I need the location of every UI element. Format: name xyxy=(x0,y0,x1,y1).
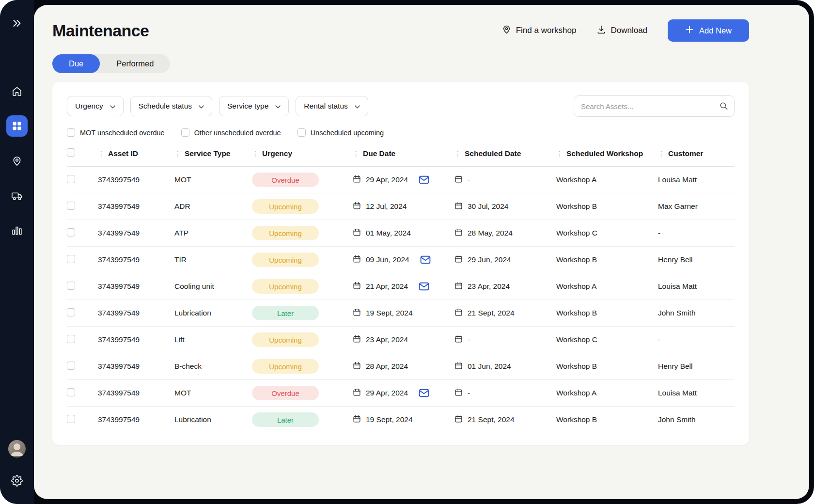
rental-status-filter-dropdown[interactable]: Rental status xyxy=(296,96,368,116)
sidebar-item-locations[interactable] xyxy=(6,150,28,172)
due-date-cell: 29 Apr, 2024 xyxy=(353,175,454,185)
service-type-cell: MOT xyxy=(174,167,252,193)
collapse-sidebar-button[interactable] xyxy=(6,13,28,34)
column-header-scheduled-workshop[interactable]: ⋮Scheduled Workshop xyxy=(556,148,658,167)
mot-unscheduled-overdue-filter: MOT unscheduled overdue xyxy=(67,128,165,137)
table-row[interactable]: 3743997549 Cooling unit Upcoming 21 Apr,… xyxy=(67,273,735,300)
scheduled-workshop-cell: Workshop B xyxy=(556,247,658,273)
due-date-text: 09 Jun, 2024 xyxy=(366,255,409,264)
row-checkbox[interactable] xyxy=(67,308,75,316)
calendar-icon xyxy=(353,415,361,425)
mail-icon[interactable] xyxy=(419,282,429,291)
page-title: Maintenance xyxy=(52,21,149,40)
row-checkbox[interactable] xyxy=(67,228,75,236)
chevron-down-icon xyxy=(355,102,360,110)
tab-performed[interactable]: Performed xyxy=(100,54,170,73)
row-checkbox[interactable] xyxy=(67,255,75,263)
table-row[interactable]: 3743997549 MOT Overdue 29 Apr, 2024 xyxy=(67,167,735,193)
customer-cell: Louisa Matt xyxy=(658,380,735,407)
due-date-cell: 19 Sept, 2024 xyxy=(353,415,454,425)
urgency-filter-dropdown[interactable]: Urgency xyxy=(67,96,124,116)
dashboard-grid-icon xyxy=(12,121,22,131)
column-header-asset-id[interactable]: ⋮Asset ID xyxy=(98,148,174,167)
search-input[interactable] xyxy=(574,95,735,117)
service-type-cell: ADR xyxy=(174,193,252,220)
row-checkbox[interactable] xyxy=(67,388,75,396)
table-header-row: ⋮Asset ID ⋮Service Type ⋮Urgency ⋮Due Da… xyxy=(67,148,735,167)
schedule-status-filter-dropdown[interactable]: Schedule status xyxy=(130,96,212,116)
bar-chart-icon xyxy=(11,225,23,236)
scheduled-workshop-cell: Workshop B xyxy=(556,353,658,380)
unscheduled-upcoming-filter: Unscheduled upcoming xyxy=(297,128,384,137)
location-pin-icon xyxy=(11,155,23,167)
sidebar-item-settings[interactable] xyxy=(6,470,28,491)
column-header-customer[interactable]: ⋮Customer xyxy=(658,148,735,167)
user-avatar[interactable] xyxy=(8,440,26,457)
mail-icon[interactable] xyxy=(419,389,429,397)
mail-icon[interactable] xyxy=(420,255,431,264)
maintenance-table: ⋮Asset ID ⋮Service Type ⋮Urgency ⋮Due Da… xyxy=(67,148,735,433)
column-drag-handle-icon: ⋮ xyxy=(658,150,665,158)
calendar-icon xyxy=(353,388,361,398)
table-row[interactable]: 3743997549 Lubrication Later 19 Sept, 20… xyxy=(67,407,735,433)
urgency-filter-label: Urgency xyxy=(75,102,103,110)
service-type-filter-label: Service type xyxy=(227,102,268,110)
row-checkbox[interactable] xyxy=(67,282,75,290)
column-header-urgency[interactable]: ⋮Urgency xyxy=(252,148,353,167)
row-checkbox[interactable] xyxy=(67,202,75,210)
schedule-status-filter-label: Schedule status xyxy=(139,102,192,110)
scheduled-date-cell: - xyxy=(454,175,556,185)
avatar-photo xyxy=(8,441,26,457)
column-header-service-type[interactable]: ⋮Service Type xyxy=(174,148,252,167)
scheduled-workshop-cell: Workshop A xyxy=(556,167,658,193)
add-new-button[interactable]: Add New xyxy=(668,19,749,42)
table-row[interactable]: 3743997549 Lift Upcoming 23 Apr, 2024 xyxy=(67,327,735,353)
urgency-badge: Upcoming xyxy=(252,359,319,374)
checkbox[interactable] xyxy=(297,128,306,137)
column-label: Scheduled Workshop xyxy=(566,149,643,158)
page-header: Maintenance Find a workshop Download xyxy=(52,19,749,42)
table-row[interactable]: 3743997549 ADR Upcoming 12 Jul, 2024 xyxy=(67,193,735,220)
mail-icon[interactable] xyxy=(419,175,429,184)
sidebar-item-home[interactable] xyxy=(6,80,28,102)
sidebar-item-dashboard[interactable] xyxy=(6,115,28,137)
sidebar-item-fleet[interactable] xyxy=(6,185,28,206)
calendar-icon xyxy=(353,282,361,292)
row-checkbox[interactable] xyxy=(67,175,75,183)
column-header-due-date[interactable]: ⋮Due Date xyxy=(353,148,454,167)
asset-id-cell: 3743997549 xyxy=(98,353,174,380)
table-row[interactable]: 3743997549 TIR Upcoming 09 Jun, 2024 xyxy=(67,247,735,273)
column-label: Asset ID xyxy=(108,149,138,158)
asset-id-cell: 3743997549 xyxy=(98,380,174,407)
select-all-checkbox[interactable] xyxy=(67,148,75,157)
due-date-cell: 01 May, 2024 xyxy=(353,228,454,238)
scheduled-date-cell: 29 Jun, 2024 xyxy=(454,255,556,265)
table-row[interactable]: 3743997549 ATP Upcoming 01 May, 2024 xyxy=(67,220,735,247)
table-row[interactable]: 3743997549 MOT Overdue 29 Apr, 2024 xyxy=(67,380,735,407)
scheduled-date-text: - xyxy=(468,335,470,344)
column-label: Scheduled Date xyxy=(465,149,521,158)
service-type-filter-dropdown[interactable]: Service type xyxy=(219,96,289,116)
column-header-scheduled-date[interactable]: ⋮Scheduled Date xyxy=(454,148,556,167)
download-button[interactable]: Download xyxy=(596,25,647,37)
checkbox-label: Unscheduled upcoming xyxy=(311,129,384,137)
tab-bar: Due Performed xyxy=(52,54,170,73)
checkbox[interactable] xyxy=(67,128,75,137)
service-type-cell: Lift xyxy=(174,327,252,353)
row-checkbox[interactable] xyxy=(67,362,75,370)
table-row[interactable]: 3743997549 Lubrication Later 19 Sept, 20… xyxy=(67,300,735,327)
row-checkbox[interactable] xyxy=(67,335,75,343)
column-drag-handle-icon: ⋮ xyxy=(556,150,563,158)
sidebar-item-reports[interactable] xyxy=(6,220,28,241)
calendar-icon xyxy=(454,415,463,425)
row-checkbox[interactable] xyxy=(67,415,75,423)
scheduled-workshop-cell: Workshop A xyxy=(556,380,658,407)
due-date-text: 29 Apr, 2024 xyxy=(366,175,408,184)
table-row[interactable]: 3743997549 B-check Upcoming 28 Apr, 2024 xyxy=(67,353,735,380)
tab-due[interactable]: Due xyxy=(52,54,100,73)
checkbox[interactable] xyxy=(181,128,189,137)
calendar-icon xyxy=(353,228,361,238)
column-drag-handle-icon: ⋮ xyxy=(252,150,259,158)
calendar-icon xyxy=(353,255,361,265)
find-workshop-button[interactable]: Find a workshop xyxy=(501,24,577,37)
